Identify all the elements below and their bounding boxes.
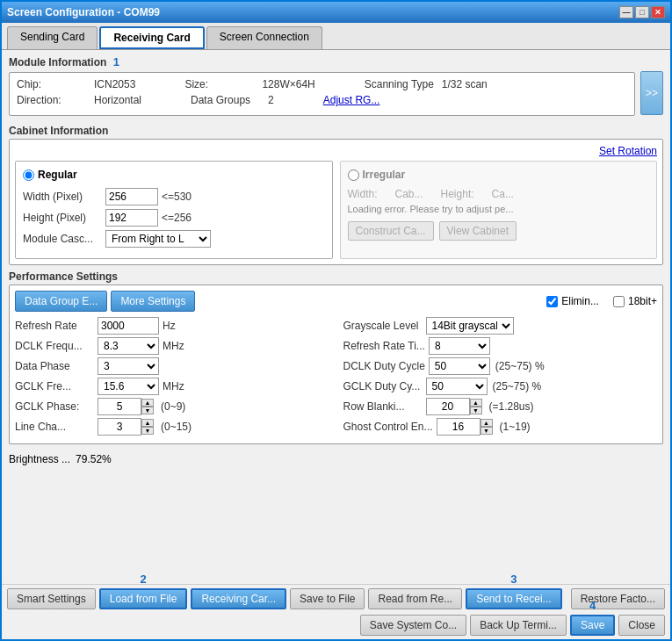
regular-radio-row: Regular: [23, 169, 325, 181]
gclk-duty-cy-select[interactable]: 50: [426, 378, 488, 395]
gclk-duty-cy-field: GCLK Duty Cy... 50 (25~75) %: [343, 378, 658, 395]
ghost-control-up[interactable]: ▲: [481, 419, 493, 427]
perf-buttons: Data Group E... More Settings: [15, 291, 195, 312]
save-system-co-button[interactable]: Save System Co...: [360, 615, 466, 636]
annotation-2: 2: [140, 573, 146, 586]
restore-facto-button[interactable]: Restore Facto...: [571, 588, 665, 609]
data-phase-select[interactable]: 3: [98, 357, 159, 375]
perf-grid: Refresh Rate Hz DCLK Frequ... 8.3 MHz Da…: [15, 317, 657, 438]
width-constraint: <=530: [162, 191, 191, 203]
data-group-button[interactable]: Data Group E...: [15, 291, 107, 312]
elim-checkbox[interactable]: [546, 296, 558, 307]
set-rotation-link[interactable]: Set Rotation: [599, 145, 657, 157]
main-window: Screen Configuration - COM99 — □ ✕ Sendi…: [0, 0, 672, 641]
annotation-4: 4: [589, 599, 596, 612]
line-cha-up[interactable]: ▲: [141, 419, 154, 427]
cabinet-irregular-panel: Irregular Width: Cab... Height: Ca... Lo…: [340, 161, 658, 259]
width-input[interactable]: [105, 188, 158, 205]
gclk-phase-down[interactable]: ▼: [141, 407, 154, 414]
title-bar: Screen Configuration - COM99 — □ ✕: [2, 2, 670, 23]
perf-header: Data Group E... More Settings Elimin... …: [15, 291, 657, 312]
grayscale-select[interactable]: 14Bit grayscale: [426, 317, 514, 335]
ghost-control-range: (1~19): [500, 421, 531, 433]
elim-label: Elimin...: [561, 295, 599, 307]
view-cabinet-button[interactable]: View Cabinet: [439, 221, 517, 241]
gclk-phase-field: GCLK Phase: ▲ ▼ (0~9): [15, 398, 329, 415]
line-cha-range: (0~15): [161, 421, 191, 433]
bit18-checkbox-row: 18bit+: [613, 295, 657, 307]
cabinet-regular-panel: Regular Width (Pixel) <=530 Height (Pixe…: [15, 161, 333, 259]
row-blanki-up[interactable]: ▲: [470, 399, 482, 407]
height-input[interactable]: [105, 209, 158, 227]
cabinet-top-bar: Set Rotation: [15, 145, 657, 157]
read-from-re-button[interactable]: Read from Re...: [368, 588, 462, 609]
bottom-button-row1: Smart Settings 2 Load from File Receivin…: [2, 584, 670, 613]
gclk-fre-select[interactable]: 15.6: [98, 378, 159, 395]
bit18-checkbox[interactable]: [613, 296, 625, 307]
annotation-1: 1: [113, 55, 119, 68]
irregular-radio[interactable]: [348, 169, 359, 181]
minimize-button[interactable]: —: [619, 6, 633, 18]
irregular-radio-row: Irregular: [348, 169, 650, 181]
save-to-file-button[interactable]: Save to File: [290, 588, 365, 609]
data-groups-label: Data Groups: [191, 94, 261, 106]
back-up-termi-button[interactable]: Back Up Termi...: [470, 615, 567, 636]
gclk-phase-range: (0~9): [161, 400, 185, 413]
line-cha-field: Line Cha... ▲ ▼ (0~15): [15, 418, 329, 436]
dclk-duty-range: (25~75) %: [495, 360, 545, 372]
module-cascade-select[interactable]: From Right to L From Left to R: [105, 230, 211, 248]
annotation-3: 3: [510, 573, 517, 586]
cab-width-value: Cab...: [395, 188, 423, 200]
dclk-freq-select[interactable]: 8.3: [98, 337, 159, 355]
size-value: 128W×64H: [262, 78, 314, 90]
row-blanki-down[interactable]: ▼: [470, 407, 482, 414]
line-cha-down[interactable]: ▼: [141, 427, 154, 435]
gclk-phase-input[interactable]: [98, 398, 141, 415]
refresh-rate-ti-select[interactable]: 8: [429, 337, 490, 355]
row-blanki-range: (=1.28us): [489, 400, 534, 413]
ghost-control-down[interactable]: ▼: [481, 427, 493, 435]
gclk-phase-up[interactable]: ▲: [141, 399, 154, 407]
bottom-button-row2: Save System Co... Back Up Termi... 4 Sav…: [2, 613, 670, 639]
tab-screen-connection[interactable]: Screen Connection: [206, 26, 322, 49]
ghost-control-field: Ghost Control En... ▲ ▼ (1~19): [343, 418, 658, 436]
regular-radio[interactable]: [23, 169, 34, 181]
construct-cabinet-button[interactable]: Construct Ca...: [348, 221, 434, 241]
navigate-button[interactable]: >>: [640, 71, 663, 115]
line-cha-input[interactable]: [98, 418, 141, 436]
brightness-row: Brightness ... 79.52%: [9, 450, 663, 469]
ghost-control-input[interactable]: [437, 418, 481, 436]
adjust-rg-link[interactable]: Adjust RG...: [323, 94, 380, 106]
save-button[interactable]: Save: [570, 615, 615, 636]
send-to-recei-button[interactable]: Send to Recei...: [466, 588, 561, 609]
close-window-button[interactable]: ✕: [651, 6, 665, 18]
maximize-button[interactable]: □: [635, 6, 649, 18]
perf-right: Grayscale Level 14Bit grayscale Refresh …: [343, 317, 658, 438]
smart-settings-button[interactable]: Smart Settings: [7, 588, 96, 609]
refresh-rate-input[interactable]: [98, 317, 159, 335]
gclk-fre-field: GCLK Fre... 15.6 MHz: [15, 378, 329, 395]
scanning-type-value: 1/32 scan: [442, 78, 488, 90]
tab-receiving-card[interactable]: Receiving Card: [99, 26, 204, 49]
elim-checkbox-row: Elimin...: [546, 295, 599, 307]
module-section: Chip: ICN2053 Size: 128W×64H Scanning Ty…: [9, 72, 635, 116]
performance-section-header: Performance Settings: [9, 270, 663, 283]
cab-height-label: Height:: [441, 188, 474, 200]
row-blanki-input[interactable]: [426, 398, 470, 415]
module-row-2: Direction: Horizontal Data Groups 2 Adju…: [17, 94, 627, 106]
direction-value: Horizontal: [94, 94, 141, 106]
cabinet-section-header: Cabinet Information: [9, 125, 663, 137]
load-from-file-button[interactable]: Load from File: [99, 588, 188, 609]
close-button[interactable]: Close: [618, 615, 665, 636]
dclk-duty-cycle-field: DCLK Duty Cycle 50 (25~75) %: [343, 357, 658, 375]
row-blanki-field: Row Blanki... ▲ ▼ (=1.28us): [343, 398, 658, 415]
height-constraint: <=256: [162, 212, 191, 224]
more-settings-button[interactable]: More Settings: [111, 291, 195, 312]
cabinet-inner: Regular Width (Pixel) <=530 Height (Pixe…: [15, 161, 657, 259]
dclk-duty-cycle-select[interactable]: 50: [429, 357, 490, 375]
tab-sending-card[interactable]: Sending Card: [7, 26, 98, 49]
width-row: Width (Pixel) <=530: [23, 188, 325, 205]
receiving-card-button[interactable]: Receiving Car...: [191, 588, 286, 609]
height-row: Height (Pixel) <=256: [23, 209, 325, 227]
grayscale-field: Grayscale Level 14Bit grayscale: [343, 317, 658, 335]
